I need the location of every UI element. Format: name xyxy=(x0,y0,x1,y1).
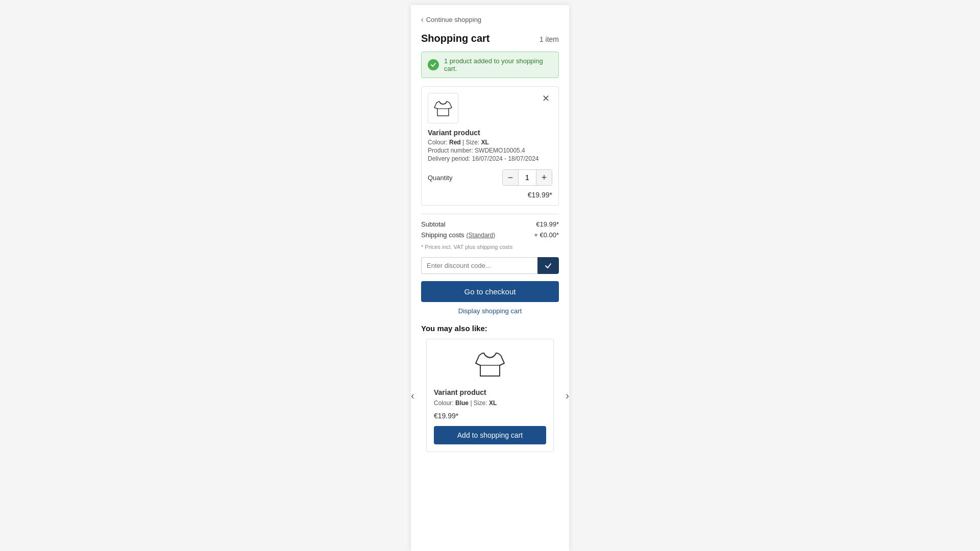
quantity-increase-button[interactable]: + xyxy=(536,170,552,185)
recommendations-prev-button[interactable]: ‹ xyxy=(411,390,414,402)
discount-apply-button[interactable] xyxy=(537,257,559,274)
product-price: €19.99* xyxy=(428,191,552,199)
recommendation-image xyxy=(434,346,546,382)
quantity-label: Quantity xyxy=(428,174,452,182)
success-message: 1 product added to your shopping cart. xyxy=(444,57,552,72)
recommendation-card: Variant product Colour: Blue | Size: XL … xyxy=(426,339,554,452)
cart-title: Shopping cart xyxy=(421,33,489,44)
add-to-cart-button[interactable]: Add to shopping cart xyxy=(434,426,546,444)
product-card: ✕ Variant product Colour: Red | Size: XL… xyxy=(421,86,559,206)
discount-code-row xyxy=(421,257,559,274)
shipping-type[interactable]: (Standard) xyxy=(467,232,496,239)
summary-divider xyxy=(421,214,559,214)
vat-note: * Prices incl. VAT plus shipping costs xyxy=(421,244,559,250)
checkout-button[interactable]: Go to checkout xyxy=(421,281,559,302)
chevron-left-icon: ‹ xyxy=(421,15,424,23)
shipping-value: + €0.00* xyxy=(534,231,559,239)
continue-shopping-label: Continue shopping xyxy=(426,16,481,23)
rec-product-name: Variant product xyxy=(434,388,546,396)
cart-header: Shopping cart 1 item xyxy=(421,33,559,44)
delivery-period: Delivery period: 16/07/2024 - 18/07/2024 xyxy=(428,155,552,162)
subtotal-row: Subtotal €19.99* xyxy=(421,220,559,228)
recommendations-next-button[interactable]: › xyxy=(566,390,569,402)
product-image xyxy=(428,93,458,123)
discount-input[interactable] xyxy=(421,257,537,274)
subtotal-label: Subtotal xyxy=(421,220,446,228)
cart-item-count: 1 item xyxy=(540,35,559,43)
product-name: Variant product xyxy=(428,129,552,137)
success-banner: 1 product added to your shopping cart. xyxy=(421,52,559,78)
success-icon xyxy=(428,59,439,70)
subtotal-value: €19.99* xyxy=(536,220,559,228)
product-number: Product number: SWDEMO10005.4 xyxy=(428,147,552,154)
recommendations-title: You may also like: xyxy=(421,324,559,333)
shipping-row: Shipping costs (Standard) + €0.00* xyxy=(421,231,559,239)
quantity-control: − + xyxy=(502,169,552,186)
rec-product-meta: Colour: Blue | Size: XL xyxy=(434,399,546,407)
remove-product-button[interactable]: ✕ xyxy=(540,93,552,104)
svg-point-0 xyxy=(430,61,437,68)
rec-product-price: €19.99* xyxy=(434,412,546,420)
shipping-label: Shipping costs (Standard) xyxy=(421,231,495,239)
quantity-input[interactable] xyxy=(518,170,536,185)
continue-shopping-link[interactable]: ‹ Continue shopping xyxy=(421,15,559,23)
product-colour: Colour: Red | Size: XL xyxy=(428,139,552,146)
quantity-decrease-button[interactable]: − xyxy=(503,170,518,185)
display-shopping-cart-link[interactable]: Display shopping cart xyxy=(421,307,559,315)
quantity-row: Quantity − + xyxy=(428,169,552,186)
recommendations-wrapper: ‹ Variant product Colour: Blue | Size: X… xyxy=(421,339,559,452)
